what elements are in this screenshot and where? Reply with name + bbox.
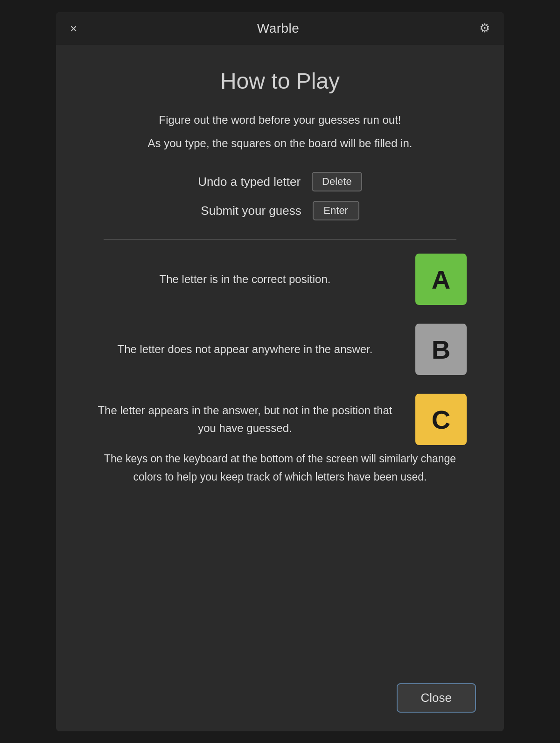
enter-label: Submit your guess — [201, 204, 301, 218]
settings-button[interactable]: ⚙ — [479, 21, 490, 35]
delete-key-badge: Delete — [312, 172, 362, 191]
divider — [104, 239, 456, 240]
hint-tile-gray: B — [415, 324, 467, 375]
hint-text-green: The letter is in the correct position. — [93, 270, 415, 288]
close-window-button[interactable]: × — [70, 22, 77, 35]
intro-text-1: Figure out the word before your guesses … — [159, 111, 401, 130]
hint-tile-green: A — [415, 254, 467, 305]
footer-text: The keys on the keyboard at the bottom o… — [84, 450, 476, 486]
hint-row-yellow: The letter appears in the answer, but no… — [84, 394, 476, 445]
hint-text-yellow: The letter appears in the answer, but no… — [93, 402, 415, 438]
controls-section: Undo a typed letter Delete Submit your g… — [84, 172, 476, 220]
title-bar: × Warble ⚙ — [56, 12, 504, 45]
main-content: How to Play Figure out the word before y… — [56, 45, 504, 731]
hint-tile-yellow: C — [415, 394, 467, 445]
page-title: How to Play — [220, 68, 340, 94]
app-title: Warble — [257, 21, 300, 36]
enter-key-badge: Enter — [313, 201, 359, 220]
hint-row-gray: The letter does not appear anywhere in t… — [84, 324, 476, 375]
hint-row-green: The letter is in the correct position. A — [84, 254, 476, 305]
close-button-container: Close — [84, 669, 476, 713]
intro-text-2: As you type, the squares on the board wi… — [148, 134, 413, 153]
close-button[interactable]: Close — [397, 683, 476, 713]
hint-text-gray: The letter does not appear anywhere in t… — [93, 340, 415, 358]
control-row-delete: Undo a typed letter Delete — [198, 172, 362, 191]
control-row-enter: Submit your guess Enter — [201, 201, 359, 220]
app-window: × Warble ⚙ How to Play Figure out the wo… — [56, 12, 504, 731]
delete-label: Undo a typed letter — [198, 175, 301, 189]
hint-section: The letter is in the correct position. A… — [84, 254, 476, 445]
